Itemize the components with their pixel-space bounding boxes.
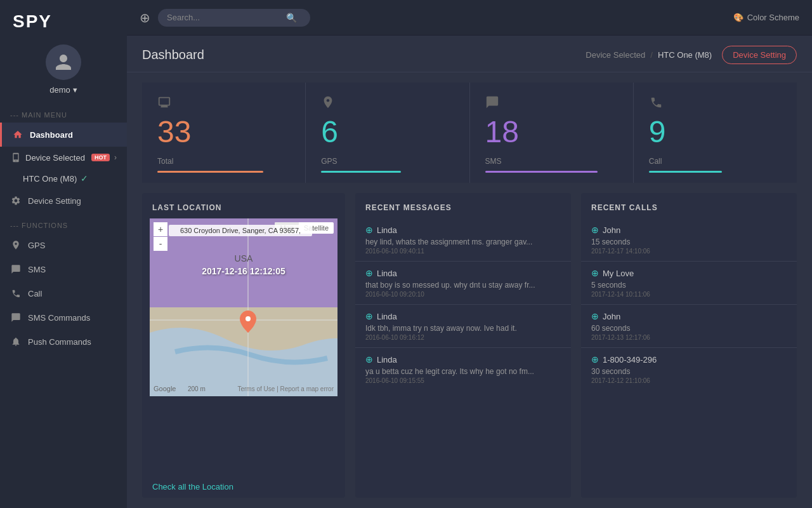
username[interactable]: demo ▾: [49, 85, 77, 95]
search-box: 🔍: [158, 9, 310, 27]
search-icon: 🔍: [286, 13, 297, 23]
check-location-link[interactable]: Check all the Location: [142, 476, 345, 498]
map-panel: LAST LOCATION: [142, 193, 345, 498]
page-title: Dashboard: [142, 48, 204, 62]
message-item[interactable]: ⊕ Linda that boy is so messed up. why dn…: [355, 262, 571, 305]
stat-card-call: 9 Call: [634, 83, 797, 183]
sidebar-item-call[interactable]: Call: [0, 281, 127, 305]
contact-name: My Love: [603, 269, 634, 278]
stat-label-call: Call: [649, 157, 782, 166]
message-item[interactable]: ⊕ Linda hey lind, whats the assignment m…: [355, 218, 571, 262]
call-label: Call: [28, 289, 42, 298]
call-item[interactable]: ⊕ My Love 5 seconds 2017-12-14 10:11:06: [581, 262, 797, 305]
sms-label: SMS: [28, 265, 46, 274]
stat-header-sms: [485, 95, 618, 112]
messages-panel-title: RECENT MESSAGES: [355, 193, 571, 218]
call-item[interactable]: ⊕ John 15 seconds 2017-12-17 14:10:06: [581, 218, 797, 262]
contact-icon: ⊕: [591, 268, 599, 278]
message-preview: hey lind, whats the assignment ms. grang…: [365, 237, 561, 246]
stat-card-sms: 18 SMS: [470, 83, 634, 183]
search-input[interactable]: [167, 13, 281, 22]
call-duration: 30 seconds: [591, 367, 787, 376]
functions-label: --- FUNCTIONS: [0, 213, 127, 233]
contact-row: ⊕ Linda: [365, 311, 561, 321]
call-duration: 60 seconds: [591, 324, 787, 333]
contact-row: ⊕ Linda: [365, 268, 561, 278]
map-address: 630 Croydon Drive, Sanger, CA 93657,: [169, 225, 312, 236]
map-container: + - Map Satellite 630 Croydon Drive, San…: [150, 218, 337, 476]
sidebar-item-sms-commands[interactable]: SMS Commands: [0, 305, 127, 330]
message-item[interactable]: ⊕ Linda ya u betta cuz he legit cray. It…: [355, 348, 571, 391]
sidebar-item-push-commands[interactable]: Push Commands: [0, 330, 127, 354]
map-zoom-in-button[interactable]: +: [154, 222, 167, 236]
calls-panel: RECENT CALLS ⊕ John 15 seconds 2017-12-1…: [581, 193, 797, 498]
avatar: [46, 44, 81, 80]
main-menu-label: --- MAIN MENU: [0, 102, 127, 123]
device-selected-icon: [10, 152, 22, 163]
sidebar-item-sms[interactable]: SMS: [0, 257, 127, 281]
stat-header-total: [157, 95, 290, 112]
message-preview: that boy is so messed up. why dnt u stay…: [365, 281, 561, 290]
message-item[interactable]: ⊕ Linda Idk tbh, imma try n stay away no…: [355, 305, 571, 348]
contact-icon: ⊕: [365, 311, 373, 321]
stat-bar-call: [649, 171, 722, 173]
breadcrumb-separator: /: [650, 50, 653, 60]
device-setting-button[interactable]: Device Setting: [722, 46, 797, 64]
map-scale: 200 m: [188, 385, 206, 392]
device-name-label: HTC One (M8): [23, 174, 77, 184]
map-terms: Terms of Use | Report a map error: [237, 385, 334, 392]
contact-icon: ⊕: [365, 268, 373, 278]
sidebar-item-gps[interactable]: GPS: [0, 233, 127, 257]
panels: LAST LOCATION: [127, 193, 812, 508]
sidebar-item-device-setting[interactable]: Device Setting: [0, 189, 127, 213]
stat-card-gps: 6 GPS: [306, 83, 469, 183]
contact-name: Linda: [377, 355, 397, 364]
contact-row: ⊕ Linda: [365, 354, 561, 364]
hot-badge: HOT: [91, 154, 110, 161]
breadcrumb-current: HTC One (M8): [658, 50, 712, 60]
contact-icon: ⊕: [591, 354, 599, 364]
call-time: 2017-12-14 10:11:06: [591, 291, 787, 298]
message-time: 2016-06-10 09:20:10: [365, 291, 561, 298]
sidebar-item-device-name[interactable]: HTC One (M8) ✓: [0, 168, 127, 189]
breadcrumb: Device Selected / HTC One (M8): [586, 50, 712, 60]
sms-icon: [10, 264, 22, 275]
sidebar-item-device-selected[interactable]: Device Selected HOT ›: [0, 147, 127, 168]
checkmark-icon: ✓: [81, 173, 88, 184]
stats-row: 33 Total 6 GPS 18 SMS: [127, 72, 812, 193]
gps-icon: [10, 239, 22, 251]
sidebar: SPY demo ▾ --- MAIN MENU Dashboard Devic…: [0, 0, 127, 508]
message-time: 2016-06-10 09:15:55: [365, 377, 561, 384]
sidebar-item-dashboard-label: Dashboard: [30, 130, 73, 140]
sidebar-item-dashboard[interactable]: Dashboard: [0, 123, 127, 147]
contact-icon: ⊕: [591, 225, 599, 235]
messages-panel: RECENT MESSAGES ⊕ Linda hey lind, whats …: [355, 193, 571, 498]
stat-header-gps: [321, 95, 454, 112]
contact-name: John: [603, 225, 620, 235]
avatar-area: demo ▾: [0, 39, 127, 102]
stat-label-gps: GPS: [321, 157, 454, 166]
sms-commands-label: SMS Commands: [28, 313, 90, 323]
contact-icon: ⊕: [591, 311, 599, 321]
map-zoom-out-button[interactable]: -: [154, 237, 167, 251]
add-button[interactable]: ⊕: [140, 10, 150, 25]
color-scheme-button[interactable]: 🎨 Color Scheme: [733, 13, 799, 22]
calls-panel-title: RECENT CALLS: [581, 193, 797, 218]
message-time: 2016-06-10 09:40:11: [365, 248, 561, 255]
contact-icon: ⊕: [365, 225, 373, 235]
message-preview: Idk tbh, imma try n stay away now. Ive h…: [365, 324, 561, 333]
call-item[interactable]: ⊕ 1-800-349-296 30 seconds 2017-12-12 21…: [581, 348, 797, 391]
contact-name: Linda: [377, 312, 397, 321]
call-stat-icon: [649, 95, 663, 112]
stat-value-sms: 18: [485, 114, 618, 149]
gps-stat-icon: [321, 95, 335, 112]
map-datetime: 2017-12-16 12:12:05: [202, 266, 285, 276]
stat-label-total: Total: [157, 157, 290, 166]
call-item[interactable]: ⊕ John 60 seconds 2017-12-13 12:17:06: [581, 305, 797, 348]
contact-name: John: [603, 312, 620, 321]
device-selected-label: Device Selected: [25, 153, 85, 163]
stat-card-total: 33 Total: [142, 83, 306, 183]
contact-name: Linda: [377, 269, 397, 278]
map-controls: + -: [154, 222, 167, 251]
color-scheme-icon: 🎨: [733, 13, 743, 22]
